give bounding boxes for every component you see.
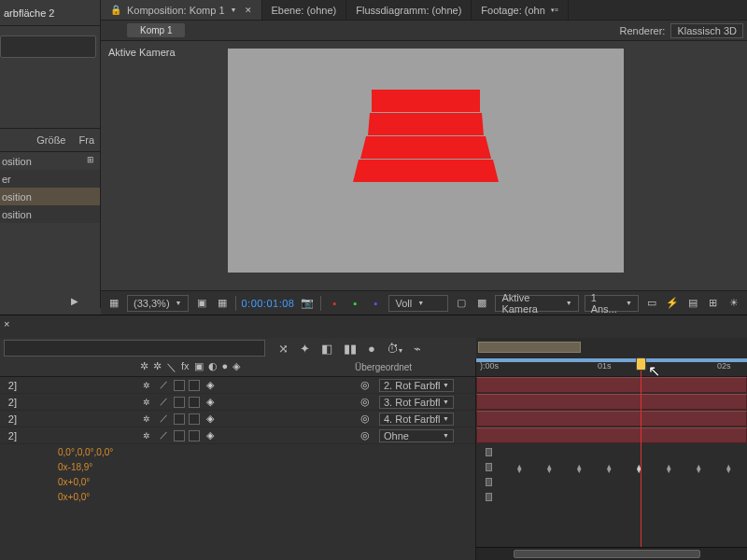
- solo-icon[interactable]: ／: [157, 380, 170, 391]
- current-time[interactable]: 0:00:01:08: [241, 298, 294, 309]
- auto-keyframe-icon[interactable]: ⏱▾: [387, 342, 402, 356]
- switch-icon[interactable]: ●: [222, 360, 229, 374]
- layer-bar[interactable]: [476, 427, 747, 443]
- layer-bar[interactable]: [476, 377, 747, 393]
- always-preview-icon[interactable]: ▦: [106, 295, 121, 312]
- time-ruler[interactable]: ):00s 01s 02s: [476, 358, 747, 377]
- marker-icon[interactable]: [486, 463, 492, 471]
- switch-box[interactable]: [189, 413, 200, 425]
- project-search-input[interactable]: [0, 35, 96, 58]
- keyframe-icon[interactable]: ⧫: [697, 464, 704, 471]
- current-time-indicator[interactable]: [641, 358, 641, 560]
- col-framerate[interactable]: Fra: [79, 134, 95, 146]
- flowchart-icon[interactable]: ⊞: [87, 155, 94, 164]
- switch-icon[interactable]: ◐: [208, 360, 218, 374]
- pickwhip-icon[interactable]: ◎: [360, 413, 370, 425]
- chevron-down-icon[interactable]: ▼: [231, 7, 237, 13]
- switch-box[interactable]: [174, 380, 185, 391]
- switch-box[interactable]: [174, 430, 185, 441]
- property-row[interactable]: 0x-18,9°: [0, 459, 475, 474]
- property-row[interactable]: 0x+0,0°: [0, 474, 475, 489]
- pickwhip-icon[interactable]: ◎: [360, 429, 370, 441]
- solo-icon[interactable]: ／: [157, 397, 170, 408]
- parent-dropdown[interactable]: 3. Rot Farbfl▼: [379, 396, 454, 409]
- switch-icon[interactable]: ✲: [140, 360, 148, 374]
- tab-layer[interactable]: Ebene: (ohne): [262, 0, 347, 20]
- switch-box[interactable]: [189, 430, 200, 441]
- layer-row[interactable]: 2] ✲／◈ ◎ Ohne▼: [0, 427, 475, 444]
- parent-dropdown[interactable]: 2. Rot Farbfl▼: [379, 379, 454, 392]
- marker-icon[interactable]: [486, 448, 492, 456]
- comp-breadcrumb[interactable]: Komp 1: [127, 23, 185, 37]
- solo-icon[interactable]: ／: [157, 430, 170, 441]
- shy-icon[interactable]: ✲: [140, 430, 153, 441]
- cube-icon[interactable]: ◈: [233, 360, 240, 374]
- tab-composition[interactable]: 🔒 Komposition: Komp 1 ▼ ✕: [101, 0, 262, 20]
- brainstorm-icon[interactable]: ●: [368, 342, 375, 356]
- switch-icon[interactable]: fx: [181, 360, 190, 374]
- view-dropdown[interactable]: Aktive Kamera▼: [495, 295, 578, 312]
- layer-bar[interactable]: [476, 411, 747, 427]
- composition-viewer[interactable]: Aktive Kamera: [101, 41, 747, 290]
- cube-icon[interactable]: ◈: [204, 380, 217, 391]
- pickwhip-icon[interactable]: ◎: [360, 396, 370, 408]
- switch-box[interactable]: [189, 397, 200, 408]
- cube-icon[interactable]: ◈: [204, 430, 217, 441]
- timeline-icon[interactable]: ▤: [685, 295, 700, 312]
- channel-icon[interactable]: ▪: [327, 295, 342, 312]
- lock-icon[interactable]: 🔒: [110, 5, 121, 15]
- layer-row[interactable]: 2] ✲／◈ ◎ 3. Rot Farbfl▼: [0, 394, 475, 411]
- safe-zones-icon[interactable]: ▣: [194, 295, 209, 312]
- zoom-dropdown[interactable]: (33,3%)▼: [127, 295, 188, 312]
- snapshot-icon[interactable]: 📷: [300, 295, 315, 312]
- switch-box[interactable]: [174, 413, 185, 425]
- cube-icon[interactable]: ◈: [204, 413, 217, 425]
- exposure-icon[interactable]: ☀: [726, 295, 741, 312]
- scrollbar-thumb[interactable]: [514, 550, 700, 558]
- flowchart-icon[interactable]: ⊞: [706, 295, 721, 312]
- time-navigator[interactable]: [476, 338, 747, 358]
- timeline-search-input[interactable]: [4, 340, 265, 357]
- close-icon[interactable]: ✕: [245, 6, 252, 15]
- switch-icon[interactable]: ✲: [153, 360, 162, 374]
- project-row[interactable]: osition: [0, 205, 100, 223]
- parent-dropdown[interactable]: Ohne▼: [379, 429, 454, 442]
- draft3d-icon[interactable]: ✦: [300, 342, 310, 356]
- shy-icon[interactable]: ✲: [140, 397, 153, 408]
- property-value[interactable]: 0x-18,9°: [58, 462, 92, 472]
- tab-flowchart[interactable]: Flussdiagramm: (ohne): [346, 0, 472, 20]
- property-value[interactable]: 0x+0,0°: [58, 477, 90, 487]
- switch-icon[interactable]: ▣: [194, 360, 204, 374]
- red-solid-stack[interactable]: [353, 90, 499, 183]
- frame-blend-icon[interactable]: ◧: [321, 342, 332, 356]
- tab-footage[interactable]: Footage: (ohn▾≡: [472, 0, 569, 20]
- panel-expand-icon[interactable]: ▶: [71, 296, 78, 306]
- timeline-tracks[interactable]: ):00s 01s 02s ⧫ ⧫ ⧫ ⧫ ⧫: [476, 358, 747, 560]
- marker-icon[interactable]: [486, 478, 492, 486]
- pixel-aspect-icon[interactable]: ▭: [644, 295, 659, 312]
- layer-row[interactable]: 2] ✲／◈ ◎ 4. Rot Farbfl▼: [0, 411, 475, 427]
- navigator-range[interactable]: [478, 342, 581, 353]
- keyframe-icon[interactable]: ⧫: [577, 464, 585, 471]
- grid-icon[interactable]: ▦: [215, 295, 230, 312]
- marker-icon[interactable]: [486, 493, 492, 501]
- views-layout-dropdown[interactable]: 1 Ans...▼: [585, 295, 639, 312]
- resolution-dropdown[interactable]: Voll▼: [388, 295, 448, 312]
- keyframe-icon[interactable]: ⧫: [667, 464, 674, 471]
- property-value[interactable]: 0,0°,0,0°,0,0°: [58, 447, 113, 457]
- panel-menu-icon[interactable]: ▾≡: [551, 7, 558, 14]
- channel-icon[interactable]: ▪: [368, 295, 383, 312]
- keyframe-icon[interactable]: ⧫: [547, 464, 555, 471]
- solo-icon[interactable]: ／: [157, 413, 170, 425]
- property-row[interactable]: 0,0°,0,0°,0,0°: [0, 444, 475, 459]
- shy-icon[interactable]: ✲: [140, 380, 153, 391]
- renderer-value[interactable]: Klassisch 3D: [670, 23, 743, 38]
- switch-box[interactable]: [189, 380, 200, 391]
- work-area-bar[interactable]: [476, 358, 747, 362]
- roi-icon[interactable]: ▢: [454, 295, 469, 312]
- channel-icon[interactable]: ▪: [347, 295, 362, 312]
- project-row[interactable]: er: [0, 170, 100, 188]
- property-row[interactable]: 0x+0,0°: [0, 489, 475, 504]
- keyframe-icon[interactable]: ⧫: [517, 464, 525, 471]
- transparency-grid-icon[interactable]: ▩: [474, 295, 489, 312]
